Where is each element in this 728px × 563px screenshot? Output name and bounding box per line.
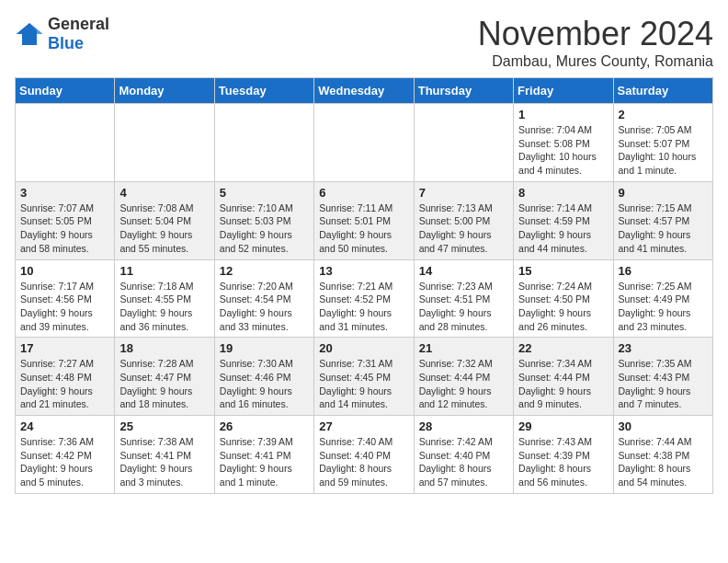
location-subtitle: Dambau, Mures County, Romania xyxy=(478,53,713,70)
day-number: 11 xyxy=(119,264,209,278)
calendar-cell-3-3: 20Sunrise: 7:31 AM Sunset: 4:45 PM Dayli… xyxy=(314,338,414,416)
day-number: 7 xyxy=(419,186,508,200)
calendar-cell-0-3 xyxy=(314,104,414,182)
calendar-row-0: 1Sunrise: 7:04 AM Sunset: 5:08 PM Daylig… xyxy=(16,104,713,182)
day-detail: Sunrise: 7:10 AM Sunset: 5:03 PM Dayligh… xyxy=(220,201,309,256)
calendar-cell-2-5: 15Sunrise: 7:24 AM Sunset: 4:50 PM Dayli… xyxy=(514,259,613,338)
day-detail: Sunrise: 7:30 AM Sunset: 4:46 PM Dayligh… xyxy=(220,357,309,411)
day-number: 8 xyxy=(518,186,608,200)
logo-general-text: General Blue xyxy=(48,15,109,53)
calendar-cell-0-2 xyxy=(214,104,313,182)
day-detail: Sunrise: 7:08 AM Sunset: 5:04 PM Dayligh… xyxy=(119,201,209,256)
day-detail: Sunrise: 7:27 AM Sunset: 4:48 PM Dayligh… xyxy=(20,357,109,411)
day-detail: Sunrise: 7:11 AM Sunset: 5:01 PM Dayligh… xyxy=(319,201,408,256)
calendar-cell-2-2: 12Sunrise: 7:20 AM Sunset: 4:54 PM Dayli… xyxy=(214,259,313,338)
calendar-header-row: Sunday Monday Tuesday Wednesday Thursday… xyxy=(16,78,713,104)
calendar-cell-4-5: 29Sunrise: 7:43 AM Sunset: 4:39 PM Dayli… xyxy=(514,416,613,494)
logo-icon xyxy=(15,19,44,49)
calendar-cell-3-2: 19Sunrise: 7:30 AM Sunset: 4:46 PM Dayli… xyxy=(214,338,313,416)
calendar-cell-3-5: 22Sunrise: 7:34 AM Sunset: 4:44 PM Dayli… xyxy=(514,338,613,416)
day-detail: Sunrise: 7:23 AM Sunset: 4:51 PM Dayligh… xyxy=(419,280,508,334)
calendar-cell-1-3: 6Sunrise: 7:11 AM Sunset: 5:01 PM Daylig… xyxy=(314,181,414,259)
col-wednesday: Wednesday xyxy=(314,78,414,104)
col-sunday: Sunday xyxy=(16,78,115,104)
calendar-row-1: 3Sunrise: 7:07 AM Sunset: 5:05 PM Daylig… xyxy=(16,181,713,259)
day-detail: Sunrise: 7:14 AM Sunset: 4:59 PM Dayligh… xyxy=(518,201,608,256)
calendar-cell-0-1 xyxy=(115,104,214,182)
calendar-cell-1-5: 8Sunrise: 7:14 AM Sunset: 4:59 PM Daylig… xyxy=(514,181,613,259)
day-detail: Sunrise: 7:20 AM Sunset: 4:54 PM Dayligh… xyxy=(220,280,309,334)
col-thursday: Thursday xyxy=(414,78,513,104)
day-detail: Sunrise: 7:21 AM Sunset: 4:52 PM Dayligh… xyxy=(319,280,408,334)
day-detail: Sunrise: 7:36 AM Sunset: 4:42 PM Dayligh… xyxy=(20,435,109,489)
day-number: 15 xyxy=(518,264,608,278)
day-number: 5 xyxy=(220,186,309,200)
day-detail: Sunrise: 7:38 AM Sunset: 4:41 PM Dayligh… xyxy=(119,435,209,489)
day-number: 30 xyxy=(619,419,708,433)
title-block: November 2024 Dambau, Mures County, Roma… xyxy=(478,15,713,70)
day-detail: Sunrise: 7:13 AM Sunset: 5:00 PM Dayligh… xyxy=(419,201,508,256)
calendar-cell-4-4: 28Sunrise: 7:42 AM Sunset: 4:40 PM Dayli… xyxy=(414,416,513,494)
calendar-cell-4-0: 24Sunrise: 7:36 AM Sunset: 4:42 PM Dayli… xyxy=(16,416,115,494)
calendar-cell-2-1: 11Sunrise: 7:18 AM Sunset: 4:55 PM Dayli… xyxy=(115,259,214,338)
calendar-cell-0-0 xyxy=(16,104,115,182)
day-number: 6 xyxy=(319,186,408,200)
calendar-cell-2-0: 10Sunrise: 7:17 AM Sunset: 4:56 PM Dayli… xyxy=(16,259,115,338)
day-number: 18 xyxy=(119,341,209,355)
calendar-row-3: 17Sunrise: 7:27 AM Sunset: 4:48 PM Dayli… xyxy=(16,338,713,416)
calendar-cell-3-1: 18Sunrise: 7:28 AM Sunset: 4:47 PM Dayli… xyxy=(115,338,214,416)
calendar-cell-1-0: 3Sunrise: 7:07 AM Sunset: 5:05 PM Daylig… xyxy=(16,181,115,259)
day-detail: Sunrise: 7:28 AM Sunset: 4:47 PM Dayligh… xyxy=(119,357,209,411)
day-number: 21 xyxy=(419,341,508,355)
calendar-cell-1-2: 5Sunrise: 7:10 AM Sunset: 5:03 PM Daylig… xyxy=(214,181,313,259)
calendar-cell-2-4: 14Sunrise: 7:23 AM Sunset: 4:51 PM Dayli… xyxy=(414,259,513,338)
calendar-cell-2-3: 13Sunrise: 7:21 AM Sunset: 4:52 PM Dayli… xyxy=(314,259,414,338)
calendar-table: Sunday Monday Tuesday Wednesday Thursday… xyxy=(15,77,713,494)
day-detail: Sunrise: 7:42 AM Sunset: 4:40 PM Dayligh… xyxy=(419,435,508,489)
day-number: 1 xyxy=(518,108,608,121)
day-number: 10 xyxy=(20,264,109,278)
page-header: General Blue November 2024 Dambau, Mures… xyxy=(15,15,713,70)
calendar-cell-4-6: 30Sunrise: 7:44 AM Sunset: 4:38 PM Dayli… xyxy=(613,416,712,494)
day-number: 19 xyxy=(220,341,309,355)
day-number: 2 xyxy=(619,108,708,121)
day-number: 3 xyxy=(20,186,109,200)
calendar-row-2: 10Sunrise: 7:17 AM Sunset: 4:56 PM Dayli… xyxy=(16,259,713,338)
day-detail: Sunrise: 7:32 AM Sunset: 4:44 PM Dayligh… xyxy=(419,357,508,411)
calendar-cell-0-6: 2Sunrise: 7:05 AM Sunset: 5:07 PM Daylig… xyxy=(613,104,712,182)
day-detail: Sunrise: 7:44 AM Sunset: 4:38 PM Dayligh… xyxy=(619,435,708,489)
day-number: 13 xyxy=(319,264,408,278)
day-number: 20 xyxy=(319,341,408,355)
col-tuesday: Tuesday xyxy=(214,78,313,104)
day-number: 28 xyxy=(419,419,508,433)
day-number: 25 xyxy=(119,419,209,433)
calendar-cell-1-1: 4Sunrise: 7:08 AM Sunset: 5:04 PM Daylig… xyxy=(115,181,214,259)
day-detail: Sunrise: 7:07 AM Sunset: 5:05 PM Dayligh… xyxy=(20,201,109,256)
day-detail: Sunrise: 7:17 AM Sunset: 4:56 PM Dayligh… xyxy=(20,280,109,334)
logo: General Blue xyxy=(15,15,109,53)
day-detail: Sunrise: 7:24 AM Sunset: 4:50 PM Dayligh… xyxy=(518,280,608,334)
col-monday: Monday xyxy=(115,78,214,104)
day-detail: Sunrise: 7:25 AM Sunset: 4:49 PM Dayligh… xyxy=(619,280,708,334)
day-detail: Sunrise: 7:35 AM Sunset: 4:43 PM Dayligh… xyxy=(619,357,708,411)
calendar-row-4: 24Sunrise: 7:36 AM Sunset: 4:42 PM Dayli… xyxy=(16,416,713,494)
day-number: 12 xyxy=(220,264,309,278)
day-number: 23 xyxy=(619,341,708,355)
day-number: 22 xyxy=(518,341,608,355)
col-friday: Friday xyxy=(514,78,613,104)
day-detail: Sunrise: 7:40 AM Sunset: 4:40 PM Dayligh… xyxy=(319,435,408,489)
day-number: 9 xyxy=(619,186,708,200)
day-number: 26 xyxy=(220,419,309,433)
calendar-cell-4-1: 25Sunrise: 7:38 AM Sunset: 4:41 PM Dayli… xyxy=(115,416,214,494)
day-number: 27 xyxy=(319,419,408,433)
calendar-cell-3-6: 23Sunrise: 7:35 AM Sunset: 4:43 PM Dayli… xyxy=(613,338,712,416)
day-number: 24 xyxy=(20,419,109,433)
day-detail: Sunrise: 7:39 AM Sunset: 4:41 PM Dayligh… xyxy=(220,435,309,489)
calendar-cell-0-5: 1Sunrise: 7:04 AM Sunset: 5:08 PM Daylig… xyxy=(514,104,613,182)
day-number: 17 xyxy=(20,341,109,355)
month-title: November 2024 xyxy=(478,15,713,53)
col-saturday: Saturday xyxy=(613,78,712,104)
calendar-cell-2-6: 16Sunrise: 7:25 AM Sunset: 4:49 PM Dayli… xyxy=(613,259,712,338)
calendar-cell-4-2: 26Sunrise: 7:39 AM Sunset: 4:41 PM Dayli… xyxy=(214,416,313,494)
day-detail: Sunrise: 7:43 AM Sunset: 4:39 PM Dayligh… xyxy=(518,435,608,489)
